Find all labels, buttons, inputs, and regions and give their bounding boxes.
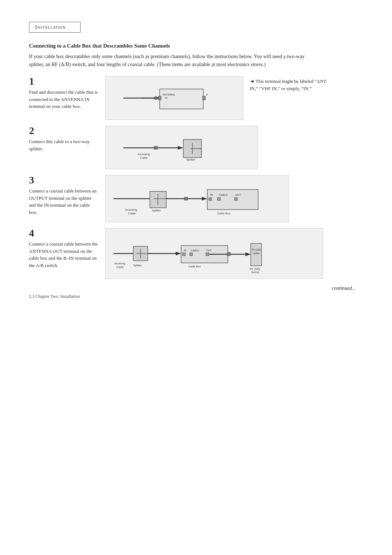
step-2-number: 2 [29,126,105,136]
step-3-number: 3 [29,175,105,185]
svg-rect-49 [206,253,209,256]
step-1-left: 1 Find and disconnect the cable that is … [29,76,105,110]
step-1-diagram: ANTENNA IN A [105,76,243,120]
step-3-desc: Connect a coaxial cable between an OUTPU… [29,187,98,216]
svg-text:Incoming: Incoming [125,208,137,211]
svg-text:A: A [206,93,208,96]
step-4-number: 4 [29,228,105,238]
svg-rect-31 [217,198,220,200]
svg-rect-11 [154,146,158,149]
step-1-number: 1 [29,76,105,86]
svg-marker-51 [245,252,251,256]
step-3-note [289,175,372,177]
svg-text:Cable: Cable [140,156,148,159]
step-4-desc: Connect a coaxial cable between the ANTE… [29,240,98,269]
svg-text:Switch: Switch [253,252,260,255]
svg-text:Incoming: Incoming [138,153,150,156]
svg-rect-30 [209,198,212,200]
svg-text:Cable: Cable [128,212,136,215]
step-4-row: 4 Connect a coaxial cable between the AN… [29,228,363,279]
svg-text:Splitter: Splitter [152,209,161,212]
footer: 2.3 Chapter Two: Installation [29,294,80,299]
svg-rect-7 [203,96,205,100]
step-4-left: 4 Connect a coaxial cable between the AN… [29,228,105,269]
header-box: Installation [29,22,81,33]
svg-text:Cable Box: Cable Box [217,212,230,215]
continued-label: continued... [29,285,363,291]
step-2-row: 2 Connect this cable to a two-way splitt… [29,126,363,169]
svg-rect-47 [183,253,185,256]
step-2-note [258,126,341,127]
svg-text:IN: IN [184,249,186,252]
step-1-desc: Find and disconnect the cable that is co… [29,89,98,110]
svg-rect-26 [207,190,258,210]
svg-text:Splitter: Splitter [133,264,142,267]
header-label: Installation [35,24,66,30]
step-4-note [323,228,392,230]
svg-rect-32 [234,198,237,200]
step-1-note: ◄ This terminal might be labeled “ANT IN… [243,76,327,92]
step-1-svg: ANTENNA IN A [120,82,229,114]
svg-marker-42 [176,252,181,255]
svg-text:ANTENNA: ANTENNA [163,93,175,96]
step-3-diagram: IN CABLE OUT Incoming Cable Splitter Cab… [105,175,289,222]
svg-rect-9 [154,97,157,99]
svg-marker-24 [202,197,207,200]
step-2-desc: Connect this cable to a two-way splitter… [29,138,98,152]
svg-text:Switch: Switch [251,271,259,274]
step-1-row: 1 Find and disconnect the cable that is … [29,76,363,120]
svg-text:RF (A/B): RF (A/B) [250,267,260,271]
svg-rect-52 [227,252,230,256]
svg-text:Incoming: Incoming [114,262,125,265]
step-2-diagram: Incoming Cable Splitter [105,126,258,169]
svg-text:IN: IN [210,193,213,197]
svg-rect-48 [190,253,193,256]
step-3-left: 3 Connect a coaxial cable between an OUT… [29,175,105,216]
svg-text:CABLE: CABLE [191,249,199,252]
svg-text:Cable: Cable [117,266,123,269]
svg-text:OUT: OUT [235,193,241,197]
svg-text:RF (A/B): RF (A/B) [252,248,261,251]
step-2-svg: Incoming Cable Splitter [120,130,243,165]
intro-paragraph: If your cable box descrambles only some … [29,53,312,68]
step-4-diagram: IN CABLE OUT RF (A/B) Switch Incoming Ca… [105,228,323,279]
svg-marker-12 [178,146,183,150]
svg-text:IN: IN [165,97,167,99]
svg-text:Splitter: Splitter [186,158,195,161]
step-3-svg: IN CABLE OUT Incoming Cable Splitter Cab… [110,179,284,219]
section-title: Connecting to a Cable Box that Descrambl… [29,43,363,49]
svg-text:OUT: OUT [206,249,212,252]
svg-text:Cable Box: Cable Box [188,265,201,268]
svg-rect-25 [184,197,188,200]
svg-text:CABLE: CABLE [219,193,228,197]
step-3-row: 3 Connect a coaxial cable between an OUT… [29,175,363,222]
step-2-left: 2 Connect this cable to a two-way splitt… [29,126,105,152]
step-4-svg: IN CABLE OUT RF (A/B) Switch Incoming Ca… [110,232,318,275]
svg-rect-5 [158,96,161,100]
footer-text: 2.3 Chapter Two: Installation [29,294,80,299]
